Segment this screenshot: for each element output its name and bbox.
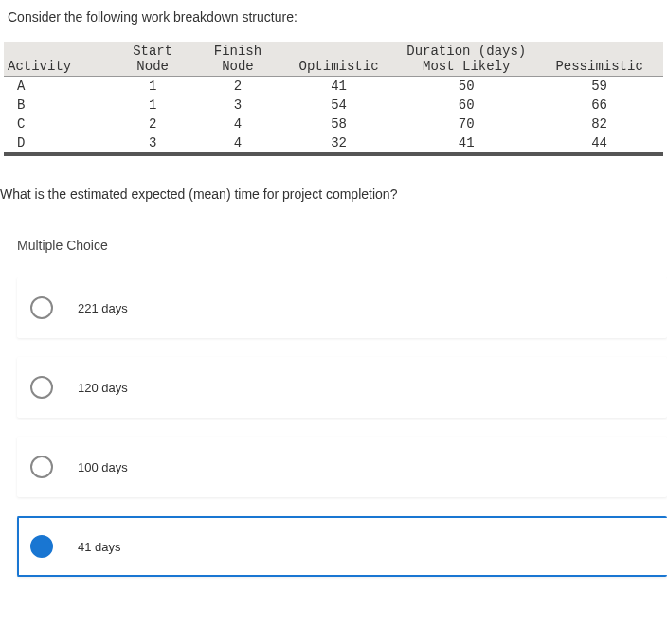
option-label: 221 days xyxy=(78,301,128,315)
cell-start: 1 xyxy=(110,77,195,97)
question-text: What is the estimated expected (mean) ti… xyxy=(0,160,667,209)
radio-icon xyxy=(30,535,53,558)
cell-most-likely: 41 xyxy=(397,134,535,154)
option-3[interactable]: 41 days xyxy=(17,516,667,577)
cell-finish: 3 xyxy=(195,96,280,115)
cell-start: 2 xyxy=(110,115,195,134)
th-pessimistic: Pessimistic xyxy=(535,59,663,77)
th-empty xyxy=(280,42,397,59)
cell-pessimistic: 66 xyxy=(535,96,663,115)
th-start-node: Node xyxy=(110,59,195,77)
radio-icon xyxy=(30,456,53,478)
cell-optimistic: 41 xyxy=(280,77,397,97)
cell-most-likely: 60 xyxy=(397,96,535,115)
cell-activity: C xyxy=(4,115,110,134)
cell-start: 3 xyxy=(110,134,195,154)
th-duration-top: Duration (days) xyxy=(397,42,535,59)
table-header-row-2: Activity Node Node Optimistic Most Likel… xyxy=(4,59,663,77)
table-row: D34324144 xyxy=(4,134,663,154)
option-label: 120 days xyxy=(78,381,128,395)
multiple-choice-container: Multiple Choice 221 days120 days100 days… xyxy=(0,238,667,577)
table-row: C24587082 xyxy=(4,115,663,134)
table-header-row-1: Start Finish Duration (days) xyxy=(4,42,663,59)
cell-activity: B xyxy=(4,96,110,115)
th-finish-top: Finish xyxy=(195,42,280,59)
table-row: A12415059 xyxy=(4,77,663,97)
th-finish-node: Node xyxy=(195,59,280,77)
table-row: B13546066 xyxy=(4,96,663,115)
cell-optimistic: 32 xyxy=(280,134,397,154)
cell-pessimistic: 44 xyxy=(535,134,663,154)
multiple-choice-header: Multiple Choice xyxy=(17,238,667,253)
option-label: 41 days xyxy=(78,540,121,554)
cell-finish: 4 xyxy=(195,134,280,154)
option-label: 100 days xyxy=(78,460,128,474)
cell-pessimistic: 82 xyxy=(535,115,663,134)
cell-finish: 2 xyxy=(195,77,280,97)
th-activity: Activity xyxy=(4,59,110,77)
cell-optimistic: 54 xyxy=(280,96,397,115)
option-1[interactable]: 120 days xyxy=(17,357,667,418)
option-2[interactable]: 100 days xyxy=(17,437,667,497)
wbs-table: Start Finish Duration (days) Activity No… xyxy=(4,42,663,156)
th-empty xyxy=(535,42,663,59)
th-optimistic: Optimistic xyxy=(280,59,397,77)
th-empty xyxy=(4,42,110,59)
cell-most-likely: 70 xyxy=(397,115,535,134)
th-most-likely: Most Likely xyxy=(397,59,535,77)
cell-finish: 4 xyxy=(195,115,280,134)
option-0[interactable]: 221 days xyxy=(17,277,667,338)
cell-optimistic: 58 xyxy=(280,115,397,134)
cell-most-likely: 50 xyxy=(397,77,535,97)
radio-icon xyxy=(30,296,53,319)
intro-text: Consider the following work breakdown st… xyxy=(0,0,667,42)
cell-activity: A xyxy=(4,77,110,97)
th-start-top: Start xyxy=(110,42,195,59)
cell-pessimistic: 59 xyxy=(535,77,663,97)
cell-start: 1 xyxy=(110,96,195,115)
cell-activity: D xyxy=(4,134,110,154)
radio-icon xyxy=(30,376,53,399)
